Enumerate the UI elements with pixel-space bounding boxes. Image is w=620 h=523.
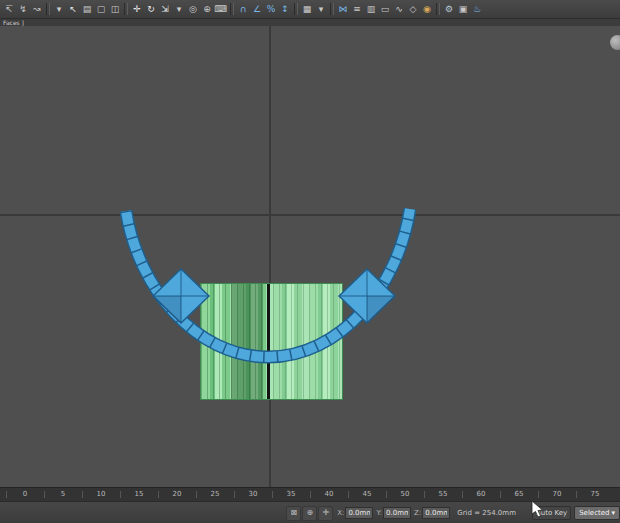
coordinate-input-z[interactable] xyxy=(422,507,450,519)
transform-type-in-icon[interactable]: ✛ xyxy=(318,506,333,521)
timeline-tick[interactable]: 35 xyxy=(272,488,310,501)
keyboard-override-icon[interactable]: ⌨ xyxy=(214,1,228,17)
percent-snap-icon[interactable]: % xyxy=(264,1,278,17)
timeline-tick[interactable]: 40 xyxy=(310,488,348,501)
select-by-name-icon[interactable]: ▤ xyxy=(80,1,94,17)
coordinate-axis-label-x: X: xyxy=(337,509,344,517)
viewport-label: Faces ] xyxy=(3,19,24,26)
curve-editor-icon[interactable]: ∿ xyxy=(392,1,406,17)
bind-to-space-warp-icon[interactable]: ↝ xyxy=(30,1,44,17)
angle-snap-icon[interactable]: ∠ xyxy=(250,1,264,17)
rendered-frame-window-icon[interactable]: ▣ xyxy=(456,1,470,17)
main-toolbar: ↸↯↝▾↖▤▢◫✛↻⇲▾◎⊕⌨∩∠%↕▦▾⋈≡▥▭∿◇◉⚙▣♨ xyxy=(0,0,620,19)
select-and-move-icon[interactable]: ✛ xyxy=(130,1,144,17)
render-setup-icon[interactable]: ⚙ xyxy=(442,1,456,17)
toolbar-separator xyxy=(230,3,234,15)
timeline-tick[interactable]: 65 xyxy=(500,488,538,501)
use-center-icon[interactable]: ◎ xyxy=(186,1,200,17)
snap-toggle-3d-icon[interactable]: ∩ xyxy=(236,1,250,17)
coordinate-display: X:Y:Z: xyxy=(334,507,450,519)
align-icon[interactable]: ≡ xyxy=(350,1,364,17)
reference-coordinate-dropdown-icon[interactable]: ▾ xyxy=(172,1,186,17)
select-and-scale-icon[interactable]: ⇲ xyxy=(158,1,172,17)
mouse-cursor xyxy=(531,501,547,519)
coordinate-axis-label-y: Y: xyxy=(376,509,382,517)
material-editor-icon[interactable]: ◉ xyxy=(420,1,434,17)
track-bar[interactable]: 051015202530354045505560657075 xyxy=(0,487,620,501)
coordinate-field-x: X: xyxy=(337,507,373,519)
timeline-tick[interactable]: 70 xyxy=(538,488,576,501)
spinner-snap-icon[interactable]: ↕ xyxy=(278,1,292,17)
timeline-tick[interactable]: 25 xyxy=(196,488,234,501)
timeline-tick[interactable]: 20 xyxy=(158,488,196,501)
status-icon-group: ⊠⊕✛ xyxy=(286,506,334,521)
mirror-icon[interactable]: ⋈ xyxy=(336,1,350,17)
timeline-tick[interactable]: 5 xyxy=(44,488,82,501)
viewcube-sphere[interactable] xyxy=(610,35,620,50)
3ds-max-window: ↸↯↝▾↖▤▢◫✛↻⇲▾◎⊕⌨∩∠%↕▦▾⋈≡▥▭∿◇◉⚙▣♨ Faces ] xyxy=(0,0,620,523)
coordinate-input-y[interactable] xyxy=(383,507,411,519)
timeline-tick[interactable]: 75 xyxy=(576,488,614,501)
select-and-rotate-icon[interactable]: ↻ xyxy=(144,1,158,17)
timeline-tick[interactable]: 30 xyxy=(234,488,272,501)
timeline-tick[interactable]: 50 xyxy=(386,488,424,501)
select-object-icon[interactable]: ↖ xyxy=(66,1,80,17)
select-and-manipulate-icon[interactable]: ⊕ xyxy=(200,1,214,17)
selection-lock-icon[interactable]: ⊠ xyxy=(286,506,301,521)
coordinate-axis-label-z: Z: xyxy=(414,509,421,517)
select-and-link-icon[interactable]: ↸ xyxy=(2,1,16,17)
absolute-offset-toggle-icon[interactable]: ⊕ xyxy=(302,506,317,521)
selection-filter-dropdown-icon[interactable]: ▾ xyxy=(52,1,66,17)
key-filter-dropdown[interactable]: Selected ▾ xyxy=(574,506,620,520)
toolbar-separator xyxy=(294,3,298,15)
timeline-tick[interactable]: 0 xyxy=(6,488,44,501)
ribbon-toggle-icon[interactable]: ▭ xyxy=(378,1,392,17)
toolbar-separator xyxy=(436,3,440,15)
coordinate-field-y: Y: xyxy=(376,507,411,519)
render-production-icon[interactable]: ♨ xyxy=(470,1,484,17)
chevron-down-icon: ▾ xyxy=(611,509,615,517)
window-crossing-icon[interactable]: ◫ xyxy=(108,1,122,17)
toolbar-separator xyxy=(124,3,128,15)
left-earcup-object[interactable] xyxy=(153,269,209,323)
grid-size-label: Grid = 254.0mm xyxy=(457,509,516,517)
coordinate-input-x[interactable] xyxy=(345,507,373,519)
viewport-label-strip: Faces ] xyxy=(0,19,620,26)
timeline-tick[interactable]: 55 xyxy=(424,488,462,501)
timeline-tick[interactable]: 15 xyxy=(120,488,158,501)
toolbar-separator xyxy=(330,3,334,15)
unlink-selection-icon[interactable]: ↯ xyxy=(16,1,30,17)
timeline-tick[interactable]: 60 xyxy=(462,488,500,501)
selection-region-icon[interactable]: ▢ xyxy=(94,1,108,17)
edit-named-selection-sets-icon[interactable]: ▦ xyxy=(300,1,314,17)
schematic-view-icon[interactable]: ◇ xyxy=(406,1,420,17)
status-bar: ⊠⊕✛ X:Y:Z: Grid = 254.0mm Auto Key Selec… xyxy=(0,501,620,523)
layer-manager-icon[interactable]: ▥ xyxy=(364,1,378,17)
timeline-tick[interactable]: 45 xyxy=(348,488,386,501)
key-filter-label: Selected xyxy=(579,509,609,517)
viewport-front[interactable] xyxy=(0,26,620,487)
toolbar-separator xyxy=(46,3,50,15)
model-canvas xyxy=(0,26,620,487)
named-selection-dropdown-icon[interactable]: ▾ xyxy=(314,1,328,17)
timeline-tick[interactable]: 10 xyxy=(82,488,120,501)
coordinate-field-z: Z: xyxy=(414,507,450,519)
